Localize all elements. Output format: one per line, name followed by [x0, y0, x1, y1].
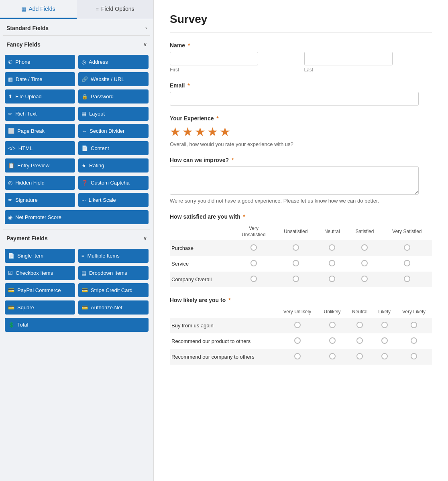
- btn-page-break[interactable]: ⬜ Page Break: [5, 124, 75, 138]
- btn-entry-preview[interactable]: 📋 Entry Preview: [5, 158, 75, 173]
- improve-textarea[interactable]: [170, 166, 419, 195]
- btn-file-upload[interactable]: ⬆ File Upload: [5, 89, 75, 104]
- likely-radio-1-0[interactable]: [277, 333, 318, 349]
- satisfied-radio-1-4[interactable]: [382, 256, 432, 272]
- star-5[interactable]: ★: [220, 125, 230, 139]
- last-name-field: Last: [304, 52, 432, 73]
- likely-radio-1-2[interactable]: [346, 333, 373, 349]
- tab-field-options[interactable]: ≡ Field Options: [77, 0, 153, 19]
- satisfied-radio-0-2[interactable]: [317, 240, 347, 256]
- btn-layout[interactable]: ▤ Layout: [78, 107, 149, 121]
- likely-radio-2-2[interactable]: [346, 349, 373, 365]
- satisfied-row: Service: [170, 256, 432, 272]
- star-1[interactable]: ★: [170, 125, 181, 139]
- btn-html[interactable]: </> HTML: [5, 141, 75, 155]
- satisfied-radio-0-3[interactable]: [347, 240, 382, 256]
- btn-website[interactable]: 🔗 Website / URL: [78, 72, 149, 86]
- satisfied-radio-0-4[interactable]: [382, 240, 432, 256]
- btn-authorize[interactable]: 💳 Authorize.Net: [78, 300, 149, 315]
- star-4[interactable]: ★: [207, 125, 218, 139]
- payment-fields-header[interactable]: Payment Fields ∨: [0, 229, 153, 246]
- likely-radio-0-2[interactable]: [346, 318, 373, 333]
- likely-radio-1-3[interactable]: [373, 333, 396, 349]
- likely-row: Recommend our company to others: [170, 349, 432, 365]
- btn-custom-captcha[interactable]: ❓ Custom Captcha: [78, 176, 149, 190]
- custom-captcha-icon: ❓: [81, 180, 88, 186]
- likely-radio-1-1[interactable]: [318, 333, 346, 349]
- address-icon: ◎: [81, 59, 86, 65]
- btn-stripe[interactable]: 💳 Stripe Credit Card: [78, 283, 149, 297]
- btn-signature[interactable]: ✒ Signature: [5, 193, 75, 207]
- satisfied-row-label: Purchase: [170, 240, 232, 256]
- btn-rating[interactable]: ★ Rating: [78, 158, 149, 173]
- experience-hint: Overall, how would you rate your experie…: [170, 141, 432, 147]
- likely-row: Buy from us again: [170, 318, 432, 333]
- btn-multiple-items[interactable]: ≡ Multiple Items: [78, 249, 149, 263]
- last-name-input[interactable]: [304, 52, 393, 65]
- likely-radio-1-4[interactable]: [396, 333, 432, 349]
- tab-add-fields[interactable]: ▦ Add Fields: [0, 0, 77, 19]
- btn-total[interactable]: 💲 Total: [5, 318, 149, 332]
- btn-paypal[interactable]: 💳 PayPal Commerce: [5, 283, 75, 297]
- btn-rich-text[interactable]: ✏ Rich Text: [5, 107, 75, 121]
- square-icon: 💳: [8, 304, 14, 311]
- likely-radio-2-3[interactable]: [373, 349, 396, 365]
- likely-radio-2-4[interactable]: [396, 349, 432, 365]
- likely-radio-0-0[interactable]: [277, 318, 318, 333]
- likely-radio-2-1[interactable]: [318, 349, 346, 365]
- star-2[interactable]: ★: [182, 125, 193, 139]
- fancy-fields-chevron: ∨: [143, 42, 147, 47]
- likely-radio-0-3[interactable]: [373, 318, 396, 333]
- btn-hidden-field[interactable]: ◎ Hidden Field: [5, 176, 75, 190]
- last-name-sub: Last: [304, 67, 432, 73]
- first-name-field: First: [170, 52, 298, 73]
- btn-phone[interactable]: ✆ Phone: [5, 55, 75, 69]
- stars-container[interactable]: ★ ★ ★ ★ ★: [170, 125, 432, 139]
- btn-datetime[interactable]: ▦ Date / Time: [5, 72, 75, 86]
- likely-radio-2-0[interactable]: [277, 349, 318, 365]
- likely-field: How likely are you to * Very Unlikely Un…: [170, 297, 432, 365]
- satisfied-label: How satisfied are you with *: [170, 213, 432, 220]
- likely-row-label: Recommend our company to others: [170, 349, 277, 365]
- satisfied-radio-2-1[interactable]: [275, 272, 317, 287]
- likely-radio-0-4[interactable]: [396, 318, 432, 333]
- payment-fields-chevron: ∨: [143, 235, 147, 241]
- stripe-icon: 💳: [81, 287, 88, 293]
- right-panel: Survey Name * First Last Email * Your: [154, 0, 448, 481]
- satisfied-radio-2-4[interactable]: [382, 272, 432, 287]
- btn-checkbox-items[interactable]: ☑ Checkbox Items: [5, 266, 75, 280]
- standard-fields-chevron: ›: [145, 25, 147, 31]
- btn-password[interactable]: 🔒 Password: [78, 89, 149, 104]
- satisfied-radio-1-3[interactable]: [347, 256, 382, 272]
- satisfied-radio-1-1[interactable]: [275, 256, 317, 272]
- likely-radio-0-1[interactable]: [318, 318, 346, 333]
- btn-content[interactable]: 📄 Content: [78, 141, 149, 155]
- btn-square[interactable]: 💳 Square: [5, 300, 75, 315]
- single-item-icon: 📄: [8, 253, 14, 259]
- likely-table: Very Unlikely Unlikely Neutral Likely Ve…: [170, 306, 432, 365]
- satisfied-radio-1-2[interactable]: [317, 256, 347, 272]
- btn-dropdown-items[interactable]: ▤ Dropdown Items: [78, 266, 149, 280]
- satisfied-radio-1-0[interactable]: [232, 256, 275, 272]
- satisfied-radio-2-3[interactable]: [347, 272, 382, 287]
- payment-fields-grid: 📄 Single Item ≡ Multiple Items ☑ Checkbo…: [0, 246, 153, 337]
- improve-hint: We're sorry you did not have a good expe…: [170, 198, 432, 204]
- phone-icon: ✆: [8, 59, 12, 65]
- btn-address[interactable]: ◎ Address: [78, 55, 149, 69]
- first-name-input[interactable]: [170, 52, 258, 65]
- btn-single-item[interactable]: 📄 Single Item: [5, 249, 75, 263]
- email-input[interactable]: [170, 92, 419, 106]
- star-3[interactable]: ★: [195, 125, 206, 139]
- btn-net-promoter[interactable]: ◉ Net Promoter Score: [5, 210, 149, 224]
- standard-fields-label: Standard Fields: [6, 25, 49, 31]
- satisfied-radio-0-1[interactable]: [275, 240, 317, 256]
- likert-scale-icon: ···: [81, 197, 86, 203]
- btn-section-divider[interactable]: ↔ Section Divider: [78, 124, 149, 138]
- paypal-icon: 💳: [8, 287, 14, 293]
- satisfied-radio-2-2[interactable]: [317, 272, 347, 287]
- satisfied-radio-0-0[interactable]: [232, 240, 275, 256]
- fancy-fields-header[interactable]: Fancy Fields ∨: [0, 36, 153, 52]
- btn-likert-scale[interactable]: ··· Likert Scale: [78, 193, 149, 207]
- satisfied-radio-2-0[interactable]: [232, 272, 275, 287]
- standard-fields-header[interactable]: Standard Fields ›: [0, 19, 153, 35]
